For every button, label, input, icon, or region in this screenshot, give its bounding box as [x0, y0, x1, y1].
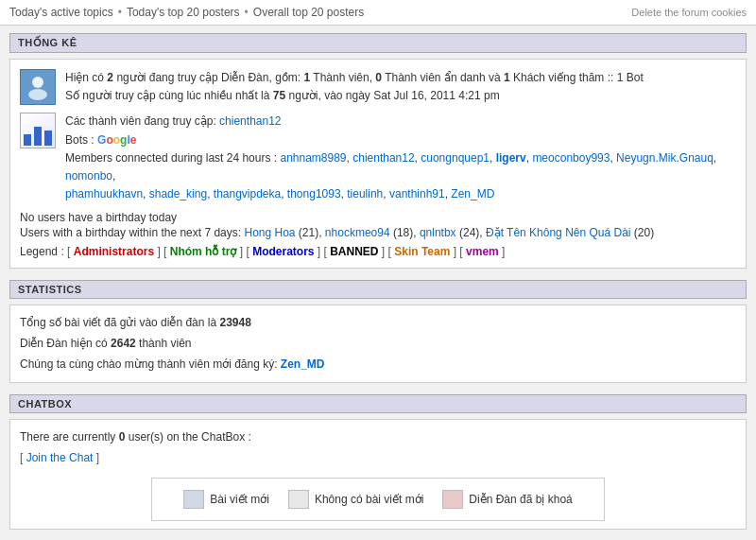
delete-cookies-link[interactable]: Delete the forum cookies	[631, 7, 747, 18]
user-icon	[20, 69, 56, 105]
active-members-row: Các thành viên đang truy cập: chienthan1…	[20, 113, 736, 203]
no-new-post-legend: Không có bài viết mới	[288, 490, 423, 509]
stats-icon	[20, 113, 56, 148]
member-link[interactable]: nomonbo	[65, 169, 112, 183]
legend-line: Legend : [ Administrators ] [ Nhóm hỗ tr…	[20, 245, 736, 258]
banned-legend: BANNED	[330, 245, 378, 258]
svg-point-1	[28, 89, 47, 100]
online-users-row: Hiện có 2 người đang truy cập Diễn Đàn, …	[20, 69, 736, 105]
birthday-user-link[interactable]: qnlntbx	[420, 226, 456, 239]
chatbox-users: There are currently 0 user(s) on the Cha…	[20, 427, 736, 448]
birthday-user-link[interactable]: Đặt Tên Không Nên Quá Dài	[486, 226, 631, 239]
mod-legend[interactable]: Moderators	[252, 245, 314, 258]
chatbox-header: CHATBOX	[9, 394, 747, 413]
member-link[interactable]: ligerv	[496, 151, 526, 165]
online-text: Hiện có 2 người đang truy cập Diễn Đàn, …	[65, 69, 644, 105]
active-member-link[interactable]: chienthan12	[219, 114, 281, 128]
locked-legend: Diễn Đàn đã bị khoá	[442, 490, 572, 509]
nav-links: Today's active topics • Today's top 20 p…	[9, 6, 364, 19]
join-chat-link[interactable]: Join the Chat	[26, 451, 94, 464]
bar2	[34, 127, 42, 146]
bar3	[44, 131, 52, 146]
member-link[interactable]: meoconboy993	[532, 151, 610, 165]
thongke-box: Hiện có 2 người đang truy cập Diễn Đàn, …	[9, 59, 747, 269]
member-link[interactable]: phamhuukhavn	[65, 187, 143, 200]
legend-color-box: Bài viết mới Không có bài viết mới Diễn …	[151, 478, 605, 521]
chatbox-content: There are currently 0 user(s) on the Cha…	[9, 419, 747, 530]
sep2: •	[245, 6, 249, 19]
new-post-color-box	[183, 490, 204, 509]
vmem-legend[interactable]: vmem	[466, 245, 499, 258]
newest-member-link[interactable]: Zen_MD	[281, 357, 325, 371]
no-birthday: No users have a birthday today	[20, 211, 736, 224]
top-navigation: Today's active topics • Today's top 20 p…	[0, 0, 756, 26]
member-link[interactable]: chienthan12	[352, 151, 414, 165]
admin-legend[interactable]: Administrators	[74, 245, 154, 258]
statistics-header: STATISTICS	[9, 280, 747, 299]
member-link[interactable]: tieulinh	[347, 187, 383, 200]
member-link[interactable]: anhnam8989	[280, 151, 346, 165]
birthday-user-link[interactable]: nhockmeo94	[325, 226, 390, 239]
skinteam-legend[interactable]: Skin Team	[394, 245, 450, 258]
top-20-posters-link[interactable]: Today's top 20 posters	[127, 6, 240, 19]
bar1	[24, 134, 31, 146]
no-new-post-color-box	[288, 490, 309, 509]
locked-color-box	[442, 490, 463, 509]
statistics-section: STATISTICS Tổng số bài viết đã gửi vào d…	[9, 280, 747, 383]
member-link[interactable]: thangvipdeka	[214, 187, 281, 200]
active-topics-link[interactable]: Today's active topics	[9, 6, 113, 19]
newest-member-text: Chúng ta cùng chào mừng thành viên mới đ…	[20, 355, 736, 375]
birthday-line: Users with a birthday within the next 7 …	[20, 226, 736, 239]
members-text: Diễn Đàn hiện có 2642 thành viên	[20, 334, 736, 355]
member-link[interactable]: Neyugn.Mik.Gnauq	[616, 151, 713, 165]
sep1: •	[118, 6, 122, 19]
member-link[interactable]: thong1093	[287, 187, 341, 200]
member-link[interactable]: cuongnquep1	[421, 151, 490, 165]
main-content: THỐNG KÊ Hiện có 2 người đang truy cập D…	[0, 26, 756, 540]
thongke-header: THỐNG KÊ	[9, 33, 747, 53]
new-post-legend: Bài viết mới	[183, 490, 269, 509]
member-link[interactable]: shade_king	[149, 187, 207, 200]
statistics-content: Tổng số bài viết đã gửi vào diễn đàn là …	[9, 305, 747, 383]
chatbox-section: CHATBOX There are currently 0 user(s) on…	[9, 394, 747, 530]
active-members-text: Các thành viên đang truy cập: chienthan1…	[65, 113, 736, 203]
member-link[interactable]: vanthinh91	[389, 187, 445, 200]
member-link[interactable]: Zen_MD	[451, 187, 494, 200]
svg-point-0	[32, 77, 43, 88]
nhomhotro-legend[interactable]: Nhóm hỗ trợ	[170, 245, 237, 258]
birthday-user-link[interactable]: Hong Hoa	[244, 226, 295, 239]
stats-text: Tổng số bài viết đã gửi vào diễn đàn là …	[20, 313, 736, 334]
overall-top-posters-link[interactable]: Overall top 20 posters	[253, 6, 364, 19]
google-logo: Google	[97, 133, 136, 147]
chatbox-join: [ Join the Chat ]	[20, 448, 736, 469]
